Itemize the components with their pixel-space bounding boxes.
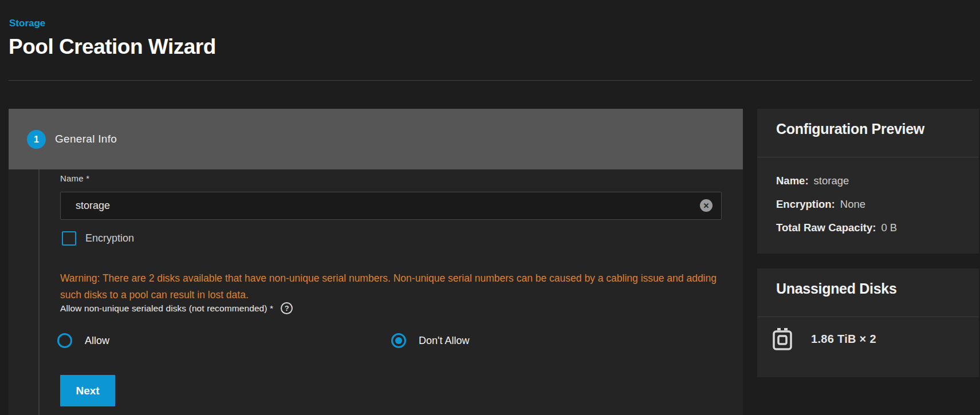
- config-label: Total Raw Capacity:: [776, 222, 876, 234]
- config-value: 0 B: [881, 222, 897, 234]
- disk-size-text: 1.86 TiB × 2: [811, 333, 876, 346]
- clear-input-icon[interactable]: ✕: [700, 199, 713, 212]
- radio-dont-allow-label: Don't Allow: [419, 335, 469, 347]
- next-button[interactable]: Next: [60, 375, 115, 406]
- breadcrumb-storage-link[interactable]: Storage: [9, 18, 45, 29]
- configuration-preview-panel: Configuration Preview Name: storage Encr…: [757, 109, 979, 254]
- encryption-checkbox-label: Encryption: [85, 232, 134, 244]
- name-field-label: Name *: [60, 173, 89, 183]
- config-row-capacity: Total Raw Capacity: 0 B: [776, 216, 897, 239]
- pool-wizard-card: 1 General Info Name * ✕ Encryption Warni…: [9, 109, 743, 415]
- name-input-wrap: ✕: [60, 192, 722, 220]
- unassigned-disks-title: Unassigned Disks: [776, 280, 897, 297]
- panel-divider: [757, 157, 979, 157]
- page-title: Pool Creation Wizard: [9, 35, 216, 59]
- allow-serialed-label-row: Allow non-unique serialed disks (not rec…: [60, 302, 293, 314]
- step-header-general-info[interactable]: 1 General Info: [9, 109, 743, 169]
- config-label: Name:: [776, 175, 809, 187]
- panel-divider: [757, 317, 979, 317]
- radio-allow-label: Allow: [85, 335, 109, 347]
- radio-dont-allow[interactable]: Don't Allow: [391, 333, 469, 348]
- ssd-disk-icon: [772, 327, 793, 350]
- step-label: General Info: [55, 109, 117, 169]
- encryption-checkbox[interactable]: [62, 231, 76, 246]
- config-row-name: Name: storage: [776, 169, 897, 192]
- header-divider: [9, 80, 972, 81]
- stepper-connector-line: [38, 153, 40, 415]
- unassigned-disk-row: 1.86 TiB × 2: [772, 327, 876, 350]
- help-icon[interactable]: ?: [281, 302, 293, 314]
- allow-radio-group: Allow Don't Allow: [9, 333, 743, 349]
- unassigned-disks-panel: Unassigned Disks 1.86 TiB × 2: [757, 268, 979, 377]
- radio-allow-circle[interactable]: [57, 333, 72, 348]
- config-row-encryption: Encryption: None: [776, 192, 897, 216]
- config-value: storage: [814, 175, 849, 187]
- config-value: None: [840, 198, 865, 211]
- config-label: Encryption:: [776, 198, 835, 211]
- configuration-preview-rows: Name: storage Encryption: None Total Raw…: [776, 169, 897, 239]
- non-unique-serial-warning: Warning: There are 2 disks available tha…: [60, 270, 718, 303]
- step-number-badge: 1: [27, 130, 46, 149]
- encryption-checkbox-row[interactable]: Encryption: [62, 231, 134, 246]
- configuration-preview-title: Configuration Preview: [776, 121, 924, 137]
- radio-allow[interactable]: Allow: [57, 333, 109, 348]
- name-input[interactable]: [60, 192, 722, 220]
- radio-dont-allow-circle[interactable]: [391, 333, 406, 348]
- allow-serialed-label: Allow non-unique serialed disks (not rec…: [60, 303, 273, 314]
